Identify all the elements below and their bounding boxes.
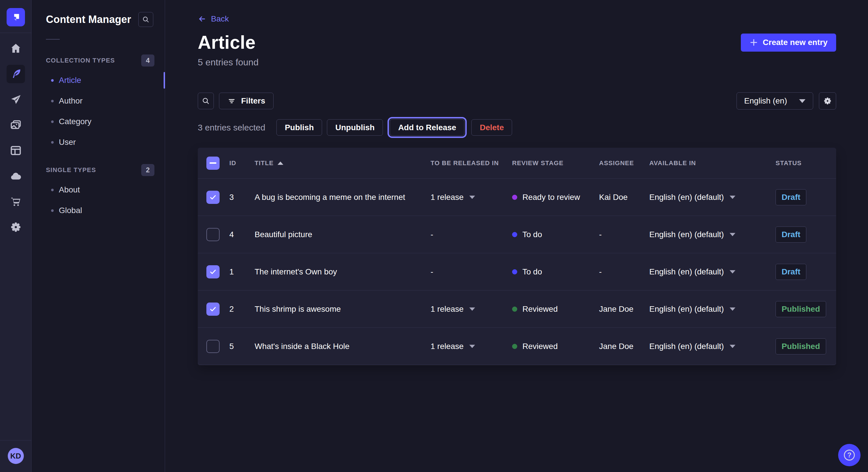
publish-button[interactable]: Publish <box>276 119 322 136</box>
release-value: 1 release <box>431 305 464 314</box>
row-checkbox[interactable] <box>206 340 220 353</box>
row-id: 3 <box>229 193 255 202</box>
locale-value: English (en) (default) <box>649 342 724 351</box>
table-row[interactable]: 1 The internet's Own boy - To do - <box>198 253 836 290</box>
home-icon[interactable] <box>7 39 25 58</box>
create-new-entry-label: Create new entry <box>763 38 828 47</box>
review-stage-cell: Ready to review <box>512 193 599 202</box>
subnav-item-category[interactable]: Category <box>32 111 165 132</box>
status-badge: Draft <box>776 227 806 243</box>
release-cell[interactable]: 1 release <box>431 193 512 202</box>
subnav-item-article[interactable]: Article <box>32 70 165 91</box>
filters-button[interactable]: Filters <box>219 93 274 109</box>
subnav-item-global[interactable]: Global <box>32 200 165 221</box>
release-cell[interactable]: 1 release <box>431 305 512 314</box>
status-badge: Draft <box>776 189 806 205</box>
available-in-cell[interactable]: English (en) (default) <box>649 267 776 276</box>
row-checkbox[interactable] <box>206 265 220 278</box>
locale-value: English (en) (default) <box>649 267 724 276</box>
media-library-icon[interactable] <box>7 116 25 134</box>
table-row[interactable]: 3 A bug is becoming a meme on the intern… <box>198 178 836 216</box>
page-title: Article <box>198 32 255 53</box>
available-in-cell[interactable]: English (en) (default) <box>649 193 776 202</box>
available-caret-icon <box>730 307 735 311</box>
back-link[interactable]: Back <box>198 14 229 24</box>
indeterminate-dash-icon <box>210 162 216 164</box>
select-all-checkbox[interactable] <box>206 157 220 170</box>
row-title: Beautiful picture <box>255 230 431 239</box>
row-checkbox[interactable] <box>206 191 220 204</box>
table-row[interactable]: 2 This shrimp is awesome 1 release Revie… <box>198 290 836 328</box>
assignee-cell: - <box>599 230 649 239</box>
review-stage-cell: Reviewed <box>512 342 599 351</box>
main-content: Back Article Create new entry 5 entries … <box>165 0 868 472</box>
subnav-item-author[interactable]: Author <box>32 91 165 111</box>
icon-rail: KD <box>0 0 32 472</box>
release-cell[interactable]: 1 release <box>431 342 512 351</box>
locale-select[interactable]: English (en) <box>737 92 813 109</box>
column-header-title-label: TITLE <box>255 160 274 167</box>
view-settings-button[interactable] <box>819 92 836 109</box>
user-avatar[interactable]: KD <box>8 448 24 464</box>
subnav-item-about[interactable]: About <box>32 179 165 200</box>
available-caret-icon <box>730 345 735 348</box>
table-row[interactable]: 5 What's inside a Black Hole 1 release R… <box>198 328 836 365</box>
available-in-cell[interactable]: English (en) (default) <box>649 342 776 351</box>
selection-count-text: 3 entries selected <box>198 123 265 133</box>
bullet-icon <box>51 209 54 212</box>
marketplace-icon[interactable] <box>7 193 25 211</box>
available-in-cell[interactable]: English (en) (default) <box>649 305 776 314</box>
assignee-cell: Kai Doe <box>599 193 649 202</box>
column-header-title[interactable]: TITLE <box>255 160 431 167</box>
arrow-left-icon <box>198 14 206 23</box>
cloud-icon[interactable] <box>7 167 25 185</box>
release-cell[interactable]: - <box>431 230 512 239</box>
release-value: - <box>431 267 433 276</box>
settings-icon[interactable] <box>7 218 25 236</box>
subnav-item-label: Article <box>59 76 81 85</box>
content-manager-icon[interactable] <box>7 65 25 83</box>
filter-icon <box>227 97 236 105</box>
available-caret-icon <box>730 233 735 236</box>
subnav-item-label: Global <box>59 206 82 215</box>
search-button[interactable] <box>198 93 214 109</box>
review-stage-cell: Reviewed <box>512 305 599 314</box>
row-checkbox[interactable] <box>206 228 220 241</box>
bullet-icon <box>51 189 54 191</box>
content-manager-subnav: Content Manager COLLECTION TYPES 4 Artic… <box>32 0 165 472</box>
create-new-entry-button[interactable]: Create new entry <box>741 34 836 52</box>
filters-label: Filters <box>241 96 265 105</box>
available-in-cell[interactable]: English (en) (default) <box>649 230 776 239</box>
column-header-id: ID <box>229 160 255 167</box>
single-types-label: SINGLE TYPES <box>46 166 96 174</box>
row-checkbox[interactable] <box>206 303 220 316</box>
strapi-logo-icon <box>11 12 21 22</box>
search-icon <box>202 97 210 105</box>
bullet-icon <box>51 141 54 144</box>
stage-dot <box>512 344 517 349</box>
add-to-release-button[interactable]: Add to Release <box>390 119 464 136</box>
subnav-search-button[interactable] <box>138 12 153 27</box>
subnav-item-user[interactable]: User <box>32 132 165 153</box>
status-badge: Draft <box>776 264 806 280</box>
review-stage-cell: To do <box>512 267 599 276</box>
unpublish-button[interactable]: Unpublish <box>327 119 383 136</box>
subnav-item-label: User <box>59 138 76 147</box>
subnav-item-label: About <box>59 185 80 194</box>
content-type-builder-icon[interactable] <box>7 141 25 160</box>
column-header-assignee: ASSIGNEE <box>599 160 649 167</box>
stage-dot <box>512 307 517 312</box>
release-cell[interactable]: - <box>431 267 512 276</box>
release-caret-icon <box>469 345 475 348</box>
status-badge: Published <box>776 301 826 317</box>
plus-icon <box>749 38 758 47</box>
row-id: 5 <box>229 342 255 351</box>
check-icon <box>209 268 217 276</box>
row-id: 1 <box>229 267 255 276</box>
delete-button[interactable]: Delete <box>471 119 512 136</box>
help-button[interactable]: ? <box>838 444 861 466</box>
releases-icon[interactable] <box>7 90 25 109</box>
stage-label: Reviewed <box>522 342 558 351</box>
table-row[interactable]: 4 Beautiful picture - To do - Engli <box>198 216 836 253</box>
strapi-logo[interactable] <box>7 8 25 26</box>
